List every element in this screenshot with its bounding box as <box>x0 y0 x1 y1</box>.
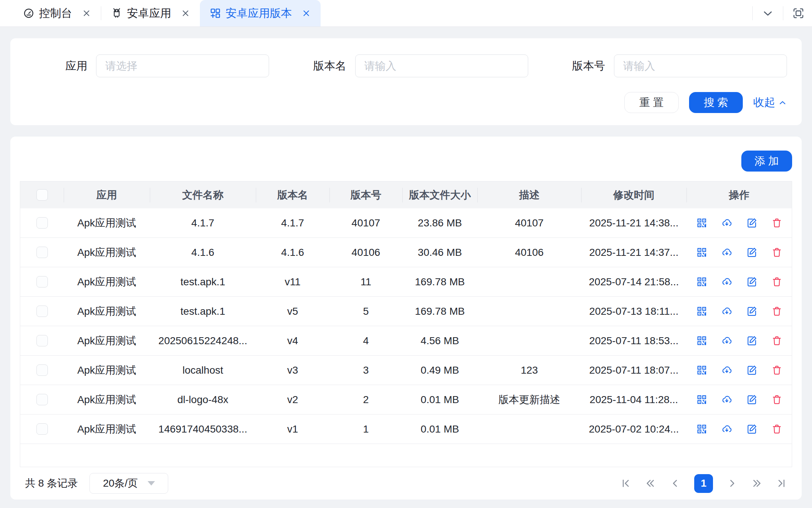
prev-page-icon[interactable] <box>670 478 681 489</box>
delete-icon[interactable] <box>771 247 783 258</box>
table-row: Apk应用测试 14691740450338... v1 1 0.01 MB 2… <box>20 414 792 444</box>
field-version-code: 版本号 <box>528 54 787 77</box>
delete-icon[interactable] <box>771 217 783 229</box>
download-icon[interactable] <box>721 276 732 287</box>
row-checkbox[interactable] <box>36 217 48 229</box>
download-icon[interactable] <box>721 217 732 229</box>
row-checkbox[interactable] <box>36 335 48 346</box>
row-checkbox-cell <box>20 297 64 326</box>
tab-divider <box>783 6 783 20</box>
row-checkbox-cell <box>20 414 64 444</box>
col-version-name: 版本名 <box>256 181 329 208</box>
cell-description: 40107 <box>477 208 581 237</box>
page-1-button[interactable]: 1 <box>694 474 713 493</box>
search-button[interactable]: 搜 索 <box>689 92 743 113</box>
row-checkbox[interactable] <box>36 276 48 287</box>
reset-button[interactable]: 重 置 <box>624 92 679 113</box>
delete-icon[interactable] <box>771 276 783 287</box>
page-size-select[interactable]: 20条/页 <box>89 473 168 494</box>
version-code-input[interactable] <box>614 54 787 77</box>
close-icon[interactable] <box>181 8 190 18</box>
tab-bar: 控制台 安卓应用 安卓应用版 <box>0 0 812 27</box>
cell-modified-time: 2025-07-02 10:24... <box>581 414 686 444</box>
qrcode-icon[interactable] <box>696 306 707 317</box>
qrcode-icon[interactable] <box>696 247 707 258</box>
row-checkbox-cell <box>20 208 64 237</box>
delete-icon[interactable] <box>771 394 783 405</box>
qrcode-icon[interactable] <box>696 364 707 376</box>
edit-icon[interactable] <box>746 364 758 376</box>
delete-icon[interactable] <box>771 423 783 435</box>
qrcode-icon[interactable] <box>696 394 707 405</box>
cell-version-name: v11 <box>256 267 329 296</box>
version-name-input[interactable] <box>355 54 528 77</box>
fullscreen-icon[interactable] <box>792 7 805 20</box>
close-icon[interactable] <box>301 8 311 18</box>
cell-app: Apk应用测试 <box>64 385 150 414</box>
download-icon[interactable] <box>721 423 732 435</box>
tab-console[interactable]: 控制台 <box>13 0 101 27</box>
tab-label: 安卓应用版本 <box>226 6 292 21</box>
cell-modified-time: 2025-07-13 18:11... <box>581 297 686 326</box>
first-page-icon[interactable] <box>620 478 631 489</box>
download-icon[interactable] <box>721 335 732 346</box>
qrcode-icon[interactable] <box>696 217 707 229</box>
edit-icon[interactable] <box>746 247 758 258</box>
last-page-icon[interactable] <box>776 478 787 489</box>
tab-android-app[interactable]: 安卓应用 <box>101 0 200 27</box>
qrcode-icon[interactable] <box>696 335 707 346</box>
tabbar-right-controls <box>752 6 805 20</box>
row-checkbox[interactable] <box>36 247 48 258</box>
delete-icon[interactable] <box>771 306 783 317</box>
table-header: 应用 文件名称 版本名 版本号 版本文件大小 描述 修改时间 操作 <box>20 181 792 208</box>
cell-version-name: v5 <box>256 297 329 326</box>
select-all-checkbox[interactable] <box>36 189 48 201</box>
row-checkbox[interactable] <box>36 364 48 376</box>
col-actions: 操作 <box>686 181 792 208</box>
cell-version-code: 40107 <box>329 208 402 237</box>
table-row: Apk应用测试 test.apk.1 v11 11 169.78 MB 2025… <box>20 267 792 297</box>
tab-label: 安卓应用 <box>127 6 171 21</box>
col-version-code: 版本号 <box>329 181 402 208</box>
cell-app: Apk应用测试 <box>64 356 150 385</box>
col-modified-time: 修改时间 <box>581 181 686 208</box>
delete-icon[interactable] <box>771 335 783 346</box>
cell-version-name: 4.1.7 <box>256 208 329 237</box>
edit-icon[interactable] <box>746 217 758 229</box>
download-icon[interactable] <box>721 394 732 405</box>
row-checkbox[interactable] <box>36 306 48 317</box>
chevron-down-icon[interactable] <box>762 7 774 20</box>
download-icon[interactable] <box>721 306 732 317</box>
edit-icon[interactable] <box>746 335 758 346</box>
qrcode-icon[interactable] <box>696 423 707 435</box>
cell-version-code: 40106 <box>329 238 402 267</box>
edit-icon[interactable] <box>746 423 758 435</box>
cell-file-name: 4.1.7 <box>150 208 256 237</box>
cell-description: 123 <box>477 356 581 385</box>
download-icon[interactable] <box>721 247 732 258</box>
edit-icon[interactable] <box>746 276 758 287</box>
tab-label: 控制台 <box>39 6 72 21</box>
edit-icon[interactable] <box>746 394 758 405</box>
close-icon[interactable] <box>82 8 91 18</box>
download-icon[interactable] <box>721 364 732 376</box>
qrcode-icon[interactable] <box>696 276 707 287</box>
table-row: Apk应用测试 4.1.6 4.1.6 40106 30.46 MB 40106… <box>20 238 792 267</box>
app-select[interactable] <box>96 54 269 77</box>
cell-version-name: v4 <box>256 326 329 355</box>
pagination: 共 8 条记录 20条/页 1 <box>20 467 792 500</box>
double-prev-icon[interactable] <box>645 478 656 489</box>
collapse-link[interactable]: 收起 <box>753 95 787 110</box>
row-checkbox[interactable] <box>36 394 48 405</box>
add-button[interactable]: 添 加 <box>741 151 792 172</box>
search-actions: 重 置 搜 索 收起 <box>10 92 802 113</box>
cell-modified-time: 2025-07-14 21:58... <box>581 267 686 296</box>
double-next-icon[interactable] <box>751 478 762 489</box>
row-checkbox[interactable] <box>36 423 48 435</box>
cell-modified-time: 2025-11-21 14:37... <box>581 238 686 267</box>
cell-app: Apk应用测试 <box>64 208 150 237</box>
delete-icon[interactable] <box>771 364 783 376</box>
edit-icon[interactable] <box>746 306 758 317</box>
next-page-icon[interactable] <box>727 478 738 489</box>
tab-android-app-version[interactable]: 安卓应用版本 <box>200 0 321 27</box>
